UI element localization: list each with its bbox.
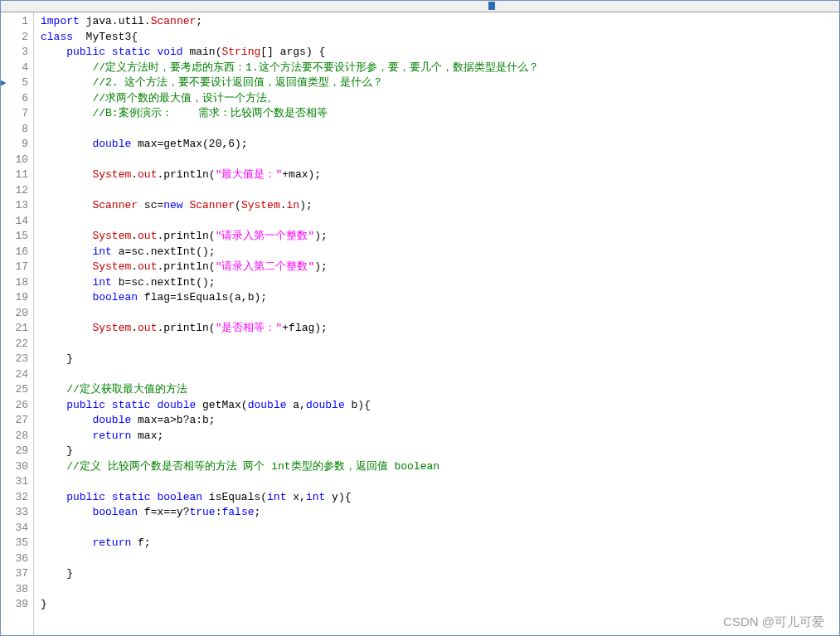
line-number: 12 bbox=[1, 183, 28, 199]
breakpoint-icon[interactable]: ▶ bbox=[1, 75, 7, 91]
line-number: 35 bbox=[1, 536, 28, 551]
code-line[interactable]: public static double getMax(double a,dou… bbox=[41, 398, 839, 414]
code-line[interactable]: } bbox=[41, 597, 839, 613]
line-number: 31 bbox=[1, 474, 28, 490]
line-number: 26 bbox=[1, 398, 28, 414]
code-line[interactable] bbox=[41, 122, 839, 138]
code-line[interactable] bbox=[41, 183, 839, 199]
line-number: 13 bbox=[1, 198, 28, 214]
code-line[interactable]: System.out.println("最大值是："+max); bbox=[41, 167, 839, 183]
line-number: 17 bbox=[1, 260, 28, 275]
code-line[interactable]: //求两个数的最大值，设计一个方法。 bbox=[41, 91, 839, 107]
code-line[interactable]: System.out.println("请录入第二个整数"); bbox=[41, 260, 839, 275]
code-line[interactable]: } bbox=[41, 444, 839, 459]
code-line[interactable]: double max=a>b?a:b; bbox=[41, 413, 839, 429]
code-line[interactable]: System.out.println("是否相等："+flag); bbox=[41, 321, 839, 337]
line-number: 16 bbox=[1, 245, 28, 260]
line-number: 27 bbox=[1, 413, 28, 429]
code-line[interactable]: class MyTest3{ bbox=[41, 30, 839, 46]
line-number: 8 bbox=[1, 122, 28, 138]
line-number: 37 bbox=[1, 566, 28, 582]
line-number: 19 bbox=[1, 290, 28, 306]
column-ruler: |----+----1----+----2----+----3----+----… bbox=[1, 1, 839, 12]
line-number: 3 bbox=[1, 45, 28, 61]
code-line[interactable]: int a=sc.nextInt(); bbox=[41, 245, 839, 260]
code-line[interactable]: //定义 比较两个数是否相等的方法 两个 int类型的参数，返回值 boolea… bbox=[41, 459, 839, 475]
line-number: 15 bbox=[1, 229, 28, 245]
code-line[interactable]: int b=sc.nextInt(); bbox=[41, 275, 839, 291]
line-number: 1 bbox=[1, 14, 28, 30]
line-number-gutter: ▶ 12345678910111213141516171819202122232… bbox=[1, 12, 34, 635]
code-line[interactable]: //定义获取最大值的方法 bbox=[41, 382, 839, 398]
code-line[interactable]: public static void main(String[] args) { bbox=[41, 45, 839, 61]
code-line[interactable]: return f; bbox=[41, 536, 839, 551]
line-number: 24 bbox=[1, 367, 28, 383]
code-line[interactable] bbox=[41, 521, 839, 536]
code-line[interactable]: Scanner sc=new Scanner(System.in); bbox=[41, 198, 839, 214]
line-number: 9 bbox=[1, 137, 28, 153]
code-line[interactable]: boolean f=x==y?true:false; bbox=[41, 505, 839, 521]
line-number: 30 bbox=[1, 459, 28, 475]
line-number: 34 bbox=[1, 521, 28, 536]
code-line[interactable]: //定义方法时，要考虑的东西：1.这个方法要不要设计形参，要，要几个，数据类型是… bbox=[41, 61, 839, 76]
code-content[interactable]: import java.util.Scanner;class MyTest3{ … bbox=[34, 12, 839, 635]
code-line[interactable]: import java.util.Scanner; bbox=[41, 14, 839, 30]
code-line[interactable]: //2. 这个方法，要不要设计返回值，返回值类型，是什么？ bbox=[41, 75, 839, 91]
code-line[interactable]: public static boolean isEquals(int x,int… bbox=[41, 490, 839, 506]
code-line[interactable] bbox=[41, 474, 839, 490]
code-line[interactable] bbox=[41, 367, 839, 383]
watermark: CSDN @可儿可爱 bbox=[723, 614, 824, 630]
line-number: 28 bbox=[1, 429, 28, 444]
line-number: 4 bbox=[1, 61, 28, 76]
code-line[interactable] bbox=[41, 153, 839, 168]
code-line[interactable]: //B:案例演示： 需求：比较两个数是否相等 bbox=[41, 106, 839, 122]
line-number: 29 bbox=[1, 444, 28, 459]
code-line[interactable] bbox=[41, 306, 839, 322]
code-line[interactable]: return max; bbox=[41, 429, 839, 444]
line-number: 7 bbox=[1, 106, 28, 122]
line-number: 32 bbox=[1, 490, 28, 506]
code-line[interactable] bbox=[41, 214, 839, 230]
line-number: 6 bbox=[1, 91, 28, 107]
line-number: 36 bbox=[1, 551, 28, 567]
code-line[interactable]: } bbox=[41, 352, 839, 367]
code-line[interactable]: } bbox=[41, 566, 839, 582]
ruler-caret bbox=[488, 2, 495, 10]
code-line[interactable]: boolean flag=isEquals(a,b); bbox=[41, 290, 839, 306]
line-number: 39 bbox=[1, 597, 28, 613]
line-number: 25 bbox=[1, 382, 28, 398]
line-number: 2 bbox=[1, 30, 28, 46]
line-number: 11 bbox=[1, 167, 28, 183]
line-number: 10 bbox=[1, 153, 28, 168]
code-line[interactable] bbox=[41, 582, 839, 598]
line-number: 14 bbox=[1, 214, 28, 230]
line-number: 33 bbox=[1, 505, 28, 521]
editor-area[interactable]: ▶ 12345678910111213141516171819202122232… bbox=[1, 12, 839, 635]
line-number: 22 bbox=[1, 337, 28, 352]
code-line[interactable]: double max=getMax(20,6); bbox=[41, 137, 839, 153]
code-line[interactable] bbox=[41, 551, 839, 567]
line-number: 21 bbox=[1, 321, 28, 337]
line-number: 38 bbox=[1, 582, 28, 598]
code-line[interactable]: System.out.println("请录入第一个整数"); bbox=[41, 229, 839, 245]
line-number: 23 bbox=[1, 352, 28, 367]
code-line[interactable] bbox=[41, 337, 839, 352]
line-number: 20 bbox=[1, 306, 28, 322]
line-number: 18 bbox=[1, 275, 28, 291]
